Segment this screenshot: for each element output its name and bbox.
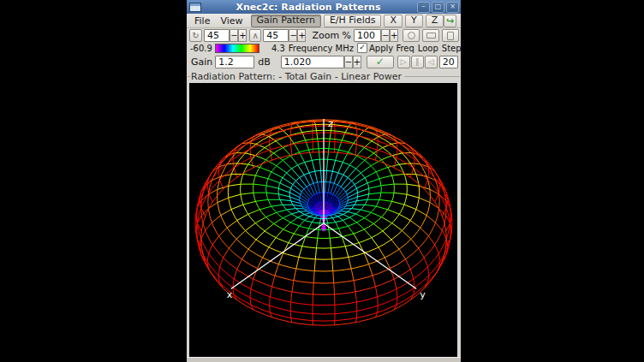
close-icon: × bbox=[450, 3, 456, 10]
xnec2c-window: Xnec2c: Radiation Patterns – □ × File Vi… bbox=[187, 0, 461, 362]
frame-header: Radiation Pattern: - Total Gain - Linear… bbox=[187, 70, 461, 83]
zoom-decrement-button[interactable]: − bbox=[381, 29, 390, 42]
frequency-spinbox[interactable]: 1.020 bbox=[281, 56, 344, 68]
apply-freq-checkbox[interactable]: ✓ bbox=[357, 43, 367, 53]
toolbar-row-gain: Gain 1.2 dB 1.020 − + ✓ ▷ ∥ ◁ 20 bbox=[187, 53, 461, 70]
loop-play-button[interactable]: ▷ bbox=[397, 56, 410, 68]
play-icon: ▷ bbox=[401, 57, 407, 66]
axis-x-button[interactable]: X bbox=[384, 15, 402, 27]
frame-border-left bbox=[188, 76, 190, 77]
incline-button[interactable]: ∧ bbox=[249, 29, 261, 42]
maximize-button[interactable]: □ bbox=[432, 2, 444, 13]
check-icon: ✓ bbox=[376, 56, 385, 68]
db-label: dB bbox=[258, 56, 271, 68]
close-button[interactable]: × bbox=[446, 2, 459, 13]
view-capture-button[interactable] bbox=[442, 29, 459, 42]
frequency-increment-button[interactable]: + bbox=[353, 56, 361, 68]
view-reset-button[interactable] bbox=[402, 29, 420, 42]
frequency-decrement-button[interactable]: − bbox=[344, 56, 353, 68]
axis-y-button[interactable]: Y bbox=[405, 15, 423, 27]
circle-icon bbox=[408, 32, 415, 39]
svg-text:x: x bbox=[227, 289, 233, 300]
apply-button[interactable]: ✓ bbox=[367, 56, 394, 68]
rectangle-icon bbox=[426, 33, 436, 39]
axis-z-button[interactable]: Z bbox=[426, 15, 444, 27]
page-icon bbox=[447, 32, 454, 40]
menu-view[interactable]: View bbox=[215, 15, 247, 27]
menu-file[interactable]: File bbox=[189, 15, 215, 27]
rotate-icon: ↻ bbox=[192, 31, 199, 40]
frame-border-right bbox=[404, 76, 460, 77]
apply-freq-label: Apply Freq bbox=[369, 44, 414, 53]
window-title: Xnec2c: Radiation Patterns bbox=[201, 1, 415, 14]
frequency-label: Frequency MHz bbox=[289, 44, 354, 53]
incline-decrement-button[interactable]: − bbox=[289, 29, 297, 42]
loop-pause-button[interactable]: ∥ bbox=[411, 56, 424, 68]
pause-icon: ∥ bbox=[415, 57, 420, 66]
view-normal-button[interactable] bbox=[422, 29, 439, 42]
maximize-icon: □ bbox=[435, 3, 442, 10]
loop-rewind-button[interactable]: ◁ bbox=[425, 56, 438, 68]
step-field[interactable]: 20 bbox=[439, 56, 458, 68]
minimize-button[interactable]: – bbox=[417, 2, 430, 13]
zoom-spinbox[interactable]: 100 bbox=[354, 29, 381, 42]
checkmark-icon: ✓ bbox=[359, 43, 366, 51]
tab-eh-fields[interactable]: E/H Fields bbox=[324, 15, 382, 27]
desktop-background: Xnec2c: Radiation Patterns – □ × File Vi… bbox=[0, 0, 644, 362]
gain-scale-min: -60.9 bbox=[190, 44, 212, 53]
titlebar[interactable]: Xnec2c: Radiation Patterns – □ × bbox=[187, 0, 461, 14]
radiation-pattern-plot[interactable]: xyz bbox=[189, 83, 457, 357]
pattern-frame-label: Radiation Pattern: - Total Gain - Linear… bbox=[191, 71, 402, 82]
rotate-increment-button[interactable]: + bbox=[238, 29, 247, 42]
window-bottom-border bbox=[187, 357, 461, 362]
rotate-button[interactable]: ↻ bbox=[189, 29, 202, 42]
gain-scale-max: 4.3 bbox=[271, 44, 285, 53]
menubar: File View Gain Pattern E/H Fields X Y Z … bbox=[187, 14, 461, 28]
incline-arrow-icon: ∧ bbox=[253, 31, 259, 40]
svg-text:z: z bbox=[328, 118, 333, 129]
zoom-increment-button[interactable]: + bbox=[390, 29, 398, 42]
incline-spinbox[interactable]: 45 bbox=[263, 29, 289, 42]
rewind-icon: ◁ bbox=[428, 57, 434, 66]
minimize-icon: – bbox=[422, 3, 426, 10]
zoom-label: Zoom % bbox=[312, 30, 351, 41]
window-menu-icon[interactable] bbox=[189, 3, 201, 12]
rotate-decrement-button[interactable]: − bbox=[230, 29, 238, 42]
gain-label: Gain bbox=[191, 56, 212, 68]
step-label: Step bbox=[442, 44, 462, 53]
incline-increment-button[interactable]: + bbox=[297, 29, 306, 42]
radiation-pattern-canvas[interactable]: xyz bbox=[189, 83, 457, 357]
redo-button[interactable]: ↪ bbox=[444, 15, 456, 27]
loop-label: Loop bbox=[418, 44, 438, 53]
gain-field: 1.2 bbox=[215, 56, 254, 68]
rotate-spinbox[interactable]: 45 bbox=[204, 29, 230, 42]
colorbar bbox=[215, 44, 259, 53]
toolbar-row-scale: -60.9 4.3 Frequency MHz ✓ Apply Freq Loo… bbox=[187, 43, 461, 53]
redo-arrow-icon: ↪ bbox=[446, 15, 454, 27]
tab-gain-pattern[interactable]: Gain Pattern bbox=[251, 15, 321, 27]
svg-text:y: y bbox=[420, 289, 426, 300]
toolbar-row-rotation: ↻ 45 − + ∧ 45 − + Zoom % 100 − + bbox=[187, 28, 461, 43]
